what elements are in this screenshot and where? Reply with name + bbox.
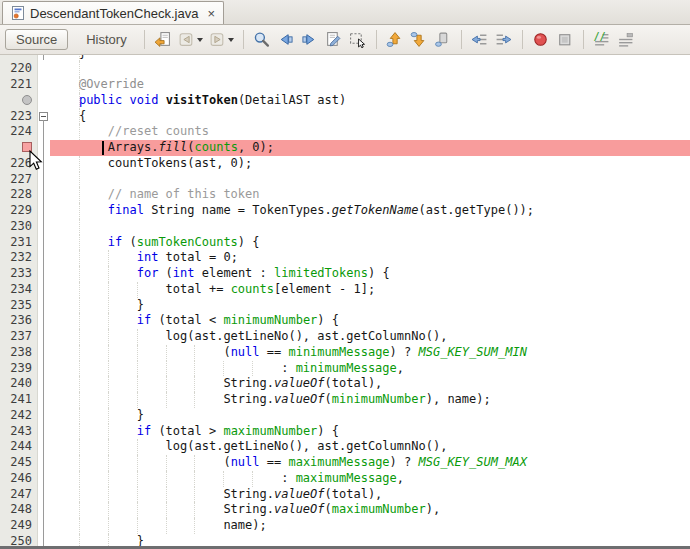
code-text[interactable]: } bbox=[50, 298, 690, 314]
find-previous-icon[interactable] bbox=[275, 29, 297, 51]
code-text[interactable]: Arrays.fill(counts, 0); bbox=[50, 140, 690, 156]
code-text[interactable] bbox=[50, 172, 690, 188]
gutter-line-number[interactable]: 247 bbox=[0, 487, 38, 503]
code-editor[interactable]: }220221 @Override public void visitToken… bbox=[0, 55, 690, 546]
comment-icon[interactable]: // bbox=[591, 29, 613, 51]
code-line[interactable]: 249 name); bbox=[0, 518, 690, 534]
code-text[interactable]: int total = 0; bbox=[50, 250, 690, 266]
code-text[interactable]: } bbox=[50, 534, 690, 546]
gutter-line-number[interactable]: 220 bbox=[0, 61, 38, 77]
code-line[interactable]: 235 } bbox=[0, 298, 690, 314]
back-icon[interactable] bbox=[176, 29, 205, 51]
history-view-button[interactable]: History bbox=[76, 30, 136, 49]
gutter-line-number[interactable]: 221 bbox=[0, 77, 38, 93]
code-line[interactable]: 241 String.valueOf(minimumNumber), name)… bbox=[0, 392, 690, 408]
gutter-line-number[interactable]: 239 bbox=[0, 361, 38, 377]
code-text[interactable]: String.valueOf(maximumNumber), bbox=[50, 502, 690, 518]
code-text[interactable]: : maximumMessage, bbox=[50, 471, 690, 487]
previous-bookmark-icon[interactable] bbox=[384, 29, 406, 51]
code-text[interactable]: { bbox=[50, 109, 690, 125]
code-text[interactable]: for (int element : limitedTokens) { bbox=[50, 266, 690, 282]
code-text[interactable]: name); bbox=[50, 518, 690, 534]
gutter-line-number[interactable]: 240 bbox=[0, 376, 38, 392]
gutter-line-number[interactable]: 237 bbox=[0, 329, 38, 345]
gutter-line-number[interactable]: 243 bbox=[0, 424, 38, 440]
code-line[interactable]: Arrays.fill(counts, 0); bbox=[0, 140, 690, 156]
code-line[interactable]: 239 : minimumMessage, bbox=[0, 361, 690, 377]
find-next-icon[interactable] bbox=[299, 29, 321, 51]
code-line[interactable]: 250 } bbox=[0, 534, 690, 546]
gutter-line-number[interactable]: 250 bbox=[0, 534, 38, 546]
gutter-line-number[interactable]: 232 bbox=[0, 250, 38, 266]
code-line[interactable]: 223 { bbox=[0, 109, 690, 125]
code-line[interactable]: 248 String.valueOf(maximumNumber), bbox=[0, 502, 690, 518]
gutter-line-number[interactable]: 235 bbox=[0, 298, 38, 314]
code-text[interactable]: String.valueOf(total), bbox=[50, 376, 690, 392]
code-text[interactable]: (null == maximumMessage) ? MSG_KEY_SUM_M… bbox=[50, 455, 690, 471]
shift-line-right-icon[interactable] bbox=[493, 29, 515, 51]
gutter-line-number[interactable]: 242 bbox=[0, 408, 38, 424]
forward-dropdown-caret[interactable] bbox=[228, 38, 234, 42]
code-line[interactable]: 246 : maximumMessage, bbox=[0, 471, 690, 487]
gutter-line-number[interactable]: 231 bbox=[0, 235, 38, 251]
code-line[interactable]: 243 if (total > maximumNumber) { bbox=[0, 424, 690, 440]
fold-margin[interactable] bbox=[38, 109, 50, 125]
gutter-line-number[interactable]: 238 bbox=[0, 345, 38, 361]
code-line[interactable]: 244 log(ast.getLineNo(), ast.getColumnNo… bbox=[0, 439, 690, 455]
gutter-line-number[interactable]: 234 bbox=[0, 282, 38, 298]
shift-line-left-icon[interactable] bbox=[469, 29, 491, 51]
gutter-line-number[interactable]: 224 bbox=[0, 124, 38, 140]
code-line[interactable]: 226 countTokens(ast, 0); bbox=[0, 156, 690, 172]
code-text[interactable]: if (sumTokenCounts) { bbox=[50, 235, 690, 251]
gutter-line-number[interactable]: 223 bbox=[0, 109, 38, 125]
uncomment-icon[interactable] bbox=[615, 29, 637, 51]
code-text[interactable]: (null == minimumMessage) ? MSG_KEY_SUM_M… bbox=[50, 345, 690, 361]
gutter-line-number[interactable]: 248 bbox=[0, 502, 38, 518]
find-selection-icon[interactable] bbox=[251, 29, 273, 51]
stop-macro-recording-icon[interactable] bbox=[554, 29, 576, 51]
code-text[interactable]: } bbox=[50, 408, 690, 424]
code-line[interactable]: 240 String.valueOf(total), bbox=[0, 376, 690, 392]
start-macro-recording-icon[interactable] bbox=[530, 29, 552, 51]
code-text[interactable]: : minimumMessage, bbox=[50, 361, 690, 377]
gutter-line-number[interactable]: 244 bbox=[0, 439, 38, 455]
toggle-rectangular-selection-icon[interactable] bbox=[347, 29, 369, 51]
code-text[interactable]: String.valueOf(minimumNumber), name); bbox=[50, 392, 690, 408]
code-line[interactable]: 227 bbox=[0, 172, 690, 188]
gutter-line-number[interactable]: 245 bbox=[0, 455, 38, 471]
gutter-line-number[interactable]: 246 bbox=[0, 471, 38, 487]
code-line[interactable]: 224 //reset counts bbox=[0, 124, 690, 140]
toggle-bookmark-icon[interactable] bbox=[432, 29, 454, 51]
close-tab-icon[interactable]: × bbox=[207, 7, 215, 20]
code-text[interactable]: String.valueOf(total), bbox=[50, 487, 690, 503]
gutter-line-number[interactable]: 233 bbox=[0, 266, 38, 282]
gutter-line-number[interactable]: 230 bbox=[0, 219, 38, 235]
code-line[interactable]: 234 total += counts[element - 1]; bbox=[0, 282, 690, 298]
code-text[interactable]: total += counts[element - 1]; bbox=[50, 282, 690, 298]
code-line[interactable]: 236 if (total < minimumNumber) { bbox=[0, 313, 690, 329]
code-text[interactable] bbox=[50, 61, 690, 77]
code-line[interactable]: 233 for (int element : limitedTokens) { bbox=[0, 266, 690, 282]
gutter-line-number[interactable]: 249 bbox=[0, 518, 38, 534]
code-line[interactable]: 231 if (sumTokenCounts) { bbox=[0, 235, 690, 251]
code-line[interactable]: 230 bbox=[0, 219, 690, 235]
code-text[interactable]: //reset counts bbox=[50, 124, 690, 140]
gutter-line-number[interactable]: 236 bbox=[0, 313, 38, 329]
forward-icon[interactable] bbox=[207, 29, 236, 51]
code-text[interactable] bbox=[50, 219, 690, 235]
tab-descendanttokencheck[interactable]: DescendantTokenCheck.java × bbox=[2, 1, 224, 24]
code-text[interactable]: // name of this token bbox=[50, 187, 690, 203]
code-text[interactable]: log(ast.getLineNo(), ast.getColumnNo(), bbox=[50, 329, 690, 345]
gutter-line-number[interactable]: 241 bbox=[0, 392, 38, 408]
toggle-highlight-search-icon[interactable] bbox=[323, 29, 345, 51]
source-view-button[interactable]: Source bbox=[5, 29, 68, 50]
code-line[interactable]: 238 (null == minimumMessage) ? MSG_KEY_S… bbox=[0, 345, 690, 361]
code-text[interactable]: if (total < minimumNumber) { bbox=[50, 313, 690, 329]
code-text[interactable]: countTokens(ast, 0); bbox=[50, 156, 690, 172]
code-line[interactable]: 245 (null == maximumMessage) ? MSG_KEY_S… bbox=[0, 455, 690, 471]
code-text[interactable]: @Override bbox=[50, 77, 690, 93]
code-line[interactable]: 229 final String name = TokenTypes.getTo… bbox=[0, 203, 690, 219]
code-text[interactable]: final String name = TokenTypes.getTokenN… bbox=[50, 203, 690, 219]
code-line[interactable]: 237 log(ast.getLineNo(), ast.getColumnNo… bbox=[0, 329, 690, 345]
code-line[interactable]: 242 } bbox=[0, 408, 690, 424]
